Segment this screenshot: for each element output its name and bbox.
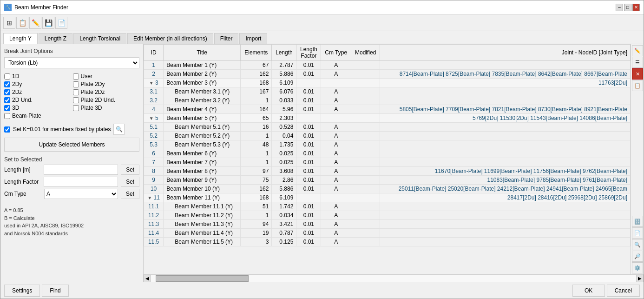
sidebar-copy-button[interactable]: 📋 — [632, 80, 643, 91]
table-row[interactable]: ▼ 11Beam Member 11 (Y)1686.10928417[2Du]… — [144, 193, 631, 202]
sidebar-list-button[interactable]: ☰ — [632, 57, 643, 68]
table-row[interactable]: 11.4Beam Member 11.4 (Y)190.7870.01A — [144, 229, 631, 238]
cell-length-factor: 0.01 — [296, 96, 321, 105]
length-factor-input[interactable] — [44, 177, 118, 187]
table-row[interactable]: 6Beam Member 6 (Y)10.0250.01A — [144, 149, 631, 158]
length-label: Length [m] — [4, 166, 41, 173]
checkbox-2dz-input[interactable] — [4, 89, 10, 95]
cell-id: 7 — [144, 158, 164, 167]
scroll-right-arrow[interactable]: ▶ — [636, 275, 644, 282]
bottom-left-buttons: Settings Find — [4, 285, 69, 297]
info-text: A = 0.85 B = Calculate used in API 2A, A… — [4, 206, 139, 237]
scroll-track[interactable] — [151, 275, 636, 282]
cell-length-factor: 0.01 — [296, 61, 321, 70]
tab-filter[interactable]: Filter — [214, 33, 239, 44]
table-row[interactable]: 3.1Beam Member 3.1 (Y)1676.0760.01A — [144, 87, 631, 96]
checkbox-1d-input[interactable] — [4, 73, 10, 80]
sidebar-settings-button[interactable]: ⚙️ — [632, 262, 643, 273]
break-joint-dropdown[interactable]: Torsion (Lb) — [4, 57, 139, 68]
scroll-thumb[interactable] — [156, 275, 249, 282]
find-button[interactable]: Find — [42, 285, 68, 297]
cancel-button[interactable]: Cancel — [607, 285, 640, 297]
tab-import[interactable]: Import — [239, 33, 267, 44]
table-row[interactable]: 10Beam Member 10 (Y)1625.8860.01A25011[B… — [144, 185, 631, 193]
cell-id: 1 — [144, 61, 164, 70]
cell-joints: 8714[Beam-Plate] 8725[Beam-Plate] 7835[B… — [380, 70, 631, 79]
toolbar-table-button[interactable]: 📋 — [16, 17, 28, 29]
update-selected-members-button[interactable]: Update Selected Members — [4, 138, 139, 152]
cell-elements: 1 — [241, 211, 272, 220]
checkbox-2dy-input[interactable] — [4, 81, 10, 87]
table-row[interactable]: 5.2Beam Member 5.2 (Y)10.040.01A — [144, 132, 631, 140]
table-row[interactable]: 8Beam Member 8 (Y)973.6080.01A11670[Beam… — [144, 167, 631, 176]
checkbox-2d-und-input[interactable] — [4, 97, 10, 103]
bottom-bar: Settings Find OK Cancel — [0, 282, 644, 299]
ok-button[interactable]: OK — [572, 285, 605, 297]
sidebar-pencil-button[interactable]: ✏️ — [632, 45, 643, 56]
table-row[interactable]: 1Beam Member 1 (Y)672.7870.01A — [144, 61, 631, 70]
toolbar-copy-button[interactable]: 📄 — [55, 17, 67, 29]
sidebar-delete-button[interactable]: ✕ — [632, 68, 643, 80]
tab-length-torsional[interactable]: Length Torsional — [73, 33, 126, 44]
table-row[interactable]: 5.1Beam Member 5.1 (Y)160.5280.01A — [144, 123, 631, 132]
length-set-button[interactable]: Set — [121, 165, 139, 175]
sidebar-zoom-out-button[interactable]: 🔎 — [632, 251, 643, 262]
length-input[interactable] — [44, 165, 118, 175]
cell-id: 11.5 — [144, 238, 164, 246]
scroll-left-arrow[interactable]: ◀ — [144, 275, 151, 282]
table-row[interactable]: 4Beam Member 4 (Y)1645.960.01A5805[Beam-… — [144, 105, 631, 114]
checkbox-plate-2dy-input[interactable] — [73, 81, 79, 87]
toolbar-pencil-button[interactable]: ✏️ — [29, 17, 41, 29]
cell-title: Beam Member 8 (Y) — [164, 167, 241, 176]
info-line-4: and Norsok N004 standards — [4, 230, 139, 238]
cell-length: 5.886 — [272, 70, 296, 79]
table-row[interactable]: 11.1Beam Member 11.1 (Y)511.7420.01A — [144, 202, 631, 211]
table-row[interactable]: ▼ 3Beam Member 3 (Y)1686.10911763[2Du] — [144, 79, 631, 87]
table-row[interactable]: 5.3Beam Member 5.3 (Y)481.7350.01A — [144, 140, 631, 149]
cm-type-select[interactable]: A — [44, 189, 118, 199]
table-container[interactable]: ID Title Elements Length LengthFactor Cm… — [144, 44, 631, 274]
cell-title: Beam Member 11 (Y) — [164, 193, 241, 202]
cell-length: 0.125 — [272, 238, 296, 246]
magnify-button[interactable]: 🔍 — [113, 124, 125, 135]
window-title: Beam Member Finder — [14, 4, 68, 11]
cell-cm-type — [321, 79, 351, 87]
checkbox-plate-2dz-input[interactable] — [73, 89, 79, 95]
cell-modified — [351, 202, 380, 211]
table-row[interactable]: 11.2Beam Member 11.2 (Y)10.0340.01A — [144, 211, 631, 220]
cell-joints — [380, 229, 631, 238]
settings-button[interactable]: Settings — [4, 285, 40, 297]
table-row[interactable]: 2Beam Member 2 (Y)1625.8860.01A8714[Beam… — [144, 70, 631, 79]
table-row[interactable]: ▼ 5Beam Member 5 (Y)652.3035769[2Du] 115… — [144, 114, 631, 123]
cell-joints — [380, 61, 631, 70]
tab-length-y[interactable]: Length Y — [3, 33, 38, 44]
maximize-button[interactable]: □ — [624, 4, 631, 11]
close-button[interactable]: ✕ — [632, 4, 640, 11]
tab-edit-member[interactable]: Edit Member (in all directions) — [127, 33, 213, 44]
cell-elements: 1 — [241, 132, 272, 140]
checkbox-3d-input[interactable] — [4, 105, 10, 111]
sidebar-zoom-in-button[interactable]: 🔍 — [632, 239, 643, 250]
toolbar-grid-button[interactable]: ⊞ — [3, 17, 15, 29]
checkbox-beam-plate-input[interactable] — [4, 113, 10, 119]
cell-length-factor: 0.01 — [296, 105, 321, 114]
cell-length-factor: 0.01 — [296, 185, 321, 193]
cm-type-set-button[interactable]: Set — [121, 189, 139, 199]
checkbox-plate-3d-input[interactable] — [73, 105, 79, 111]
checkbox-user-input[interactable] — [73, 73, 79, 80]
table-row[interactable]: 11.5Beam Member 11.5 (Y)30.1250.01A — [144, 238, 631, 246]
checkbox-plate-2d-und-input[interactable] — [73, 97, 79, 103]
table-row[interactable]: 7Beam Member 7 (Y)10.0250.01A — [144, 158, 631, 167]
checkbox-plate-2dz: Plate 2Dz — [73, 89, 140, 95]
table-row[interactable]: 11.3Beam Member 11.3 (Y)943.4210.01A — [144, 220, 631, 229]
length-factor-set-button[interactable]: Set — [121, 177, 139, 187]
set-k-checkbox[interactable] — [4, 126, 10, 133]
sidebar-calc-button[interactable]: 🔢 — [632, 216, 643, 227]
toolbar-save-button[interactable]: 💾 — [42, 17, 54, 29]
cell-elements: 19 — [241, 229, 272, 238]
minimize-button[interactable]: – — [616, 4, 623, 11]
tab-length-z[interactable]: Length Z — [39, 33, 72, 44]
table-row[interactable]: 9Beam Member 9 (Y)752.860.01A11083[Beam-… — [144, 176, 631, 185]
table-row[interactable]: 3.2Beam Member 3.2 (Y)10.0330.01A — [144, 96, 631, 105]
sidebar-doc-button[interactable]: 📄 — [632, 227, 643, 239]
